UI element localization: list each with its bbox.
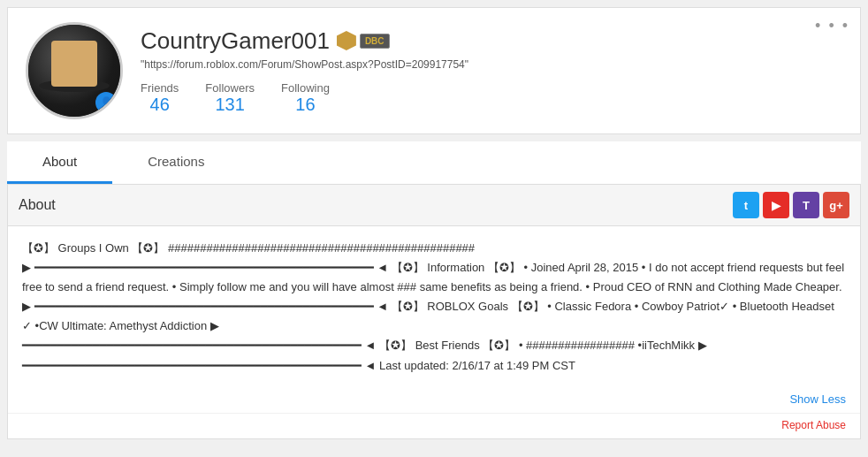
about-line4: ━━━━━━━━━━━━━━━━━━━━━━━━━━━━━━━━━━━━━━━━… bbox=[22, 356, 846, 376]
about-line2: ▶ ━━━━━━━━━━━━━━━━━━━━━━━━━━━━━━━━━━━━━━… bbox=[22, 258, 846, 336]
avatar-badge: 👤 bbox=[95, 92, 117, 113]
tabs-container: About Creations bbox=[7, 141, 861, 185]
followers-value: 131 bbox=[215, 95, 244, 115]
following-stat: Following 16 bbox=[281, 81, 330, 115]
profile-info: CountryGamer001 DBC "https://forum.roblo… bbox=[141, 27, 842, 115]
about-header: About t ▶ T g+ bbox=[8, 185, 860, 226]
report-abuse-link[interactable]: Report Abuse bbox=[781, 419, 846, 431]
report-row: Report Abuse bbox=[8, 413, 860, 438]
profile-card: 👤 CountryGamer001 DBC "https://forum.rob… bbox=[7, 7, 861, 134]
followers-label: Followers bbox=[205, 81, 255, 95]
about-title: About bbox=[19, 197, 56, 213]
youtube-button[interactable]: ▶ bbox=[763, 192, 789, 218]
about-line3: ━━━━━━━━━━━━━━━━━━━━━━━━━━━━━━━━━━━━━━━━… bbox=[22, 336, 846, 355]
dbc-badge: DBC bbox=[360, 34, 390, 49]
twitter-button[interactable]: t bbox=[733, 192, 759, 218]
profile-name-row: CountryGamer001 DBC bbox=[141, 27, 842, 55]
avatar: 👤 bbox=[26, 22, 123, 119]
stats-row: Friends 46 Followers 131 Following 16 bbox=[141, 81, 842, 115]
show-less-row: Show Less bbox=[8, 388, 860, 413]
profile-url: "https://forum.roblox.com/Forum/ShowPost… bbox=[141, 58, 842, 71]
following-value: 16 bbox=[295, 95, 315, 115]
twitch-button[interactable]: T bbox=[793, 192, 819, 218]
profile-badge-icons: DBC bbox=[337, 31, 390, 50]
shield-badge-icon bbox=[337, 31, 356, 50]
friends-label: Friends bbox=[141, 81, 179, 95]
content-area: About t ▶ T g+ 【✪】 Groups I Own 【✪】 ####… bbox=[7, 185, 861, 439]
show-less-link[interactable]: Show Less bbox=[789, 392, 846, 406]
profile-username: CountryGamer001 bbox=[141, 27, 330, 55]
friends-stat: Friends 46 bbox=[141, 81, 179, 115]
about-line1: 【✪】 Groups I Own 【✪】 ###################… bbox=[22, 239, 846, 258]
more-options-icon[interactable]: • • • bbox=[815, 17, 849, 35]
tab-creations[interactable]: Creations bbox=[112, 141, 240, 184]
followers-stat: Followers 131 bbox=[205, 81, 255, 115]
tab-about[interactable]: About bbox=[7, 141, 112, 184]
social-icons: t ▶ T g+ bbox=[733, 192, 849, 218]
friends-value: 46 bbox=[150, 95, 170, 115]
gplus-button[interactable]: g+ bbox=[823, 192, 849, 218]
about-body: 【✪】 Groups I Own 【✪】 ###################… bbox=[8, 226, 860, 388]
following-label: Following bbox=[281, 81, 330, 95]
